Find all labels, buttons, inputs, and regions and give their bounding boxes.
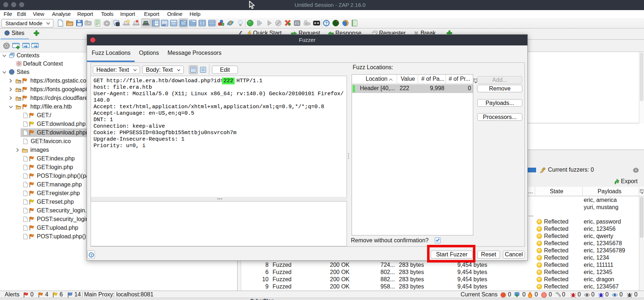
svg-text:?: ? xyxy=(90,253,92,257)
svg-text:?: ? xyxy=(325,21,327,26)
